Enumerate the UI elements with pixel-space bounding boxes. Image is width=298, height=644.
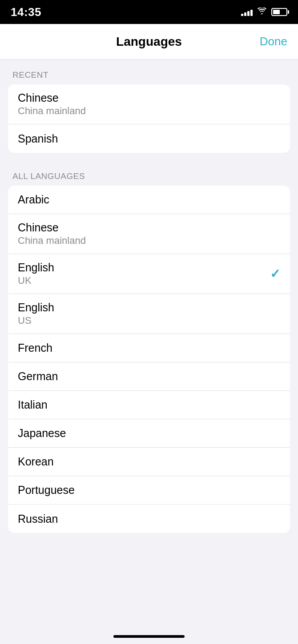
list-item-primary: Portuguese — [18, 484, 75, 497]
list-item-text: Arabic — [18, 193, 49, 206]
list-item[interactable]: French — [8, 334, 290, 362]
list-item-primary: English — [18, 261, 54, 274]
list-item-primary: English — [18, 301, 54, 314]
list-item-primary: Japanese — [18, 427, 66, 440]
status-icons — [241, 8, 287, 17]
checkmark-icon: ✓ — [270, 266, 280, 281]
list-item-text: Japanese — [18, 427, 66, 440]
list-item-text: Korean — [18, 455, 54, 468]
list-item[interactable]: Russian — [8, 505, 290, 533]
recent-section-header: RECENT — [0, 60, 298, 84]
signal-icon — [241, 8, 253, 16]
list-item[interactable]: Italian — [8, 391, 290, 419]
all-languages-list: Arabic Chinese China mainland English UK… — [8, 186, 290, 533]
list-item-secondary: UK — [18, 275, 54, 286]
home-indicator — [113, 635, 185, 638]
list-item-secondary: US — [18, 315, 54, 326]
list-item-text: Spanish — [18, 132, 58, 145]
list-item-text: Chinese China mainland — [18, 91, 86, 117]
list-item-text: Russian — [18, 513, 58, 525]
list-item[interactable]: Chinese China mainland — [8, 84, 290, 124]
list-item-text: Italian — [18, 398, 48, 411]
list-item-secondary: China mainland — [18, 105, 86, 117]
battery-fill — [273, 10, 280, 14]
list-item-primary: Arabic — [18, 193, 49, 206]
list-item[interactable]: Arabic — [8, 186, 290, 214]
wifi-icon — [257, 8, 267, 17]
status-bar: 14:35 — [0, 0, 298, 24]
list-item[interactable]: Chinese China mainland — [8, 214, 290, 254]
list-item-primary: Korean — [18, 455, 54, 468]
list-item-primary: German — [18, 370, 58, 383]
list-item-secondary: China mainland — [18, 235, 86, 246]
list-item[interactable]: English UK ✓ — [8, 254, 290, 294]
list-item-primary: Italian — [18, 398, 48, 411]
list-item[interactable]: Japanese — [8, 419, 290, 448]
content: RECENT Chinese China mainland Spanish AL… — [0, 60, 298, 533]
list-item-text: English US — [18, 301, 54, 326]
page-title: Languages — [116, 35, 182, 49]
list-item-text: French — [18, 342, 52, 354]
list-item-primary: Russian — [18, 513, 58, 525]
list-item[interactable]: Spanish — [8, 124, 290, 153]
list-item[interactable]: Portuguese — [8, 476, 290, 505]
list-item-primary: Chinese — [18, 221, 86, 234]
list-item[interactable]: Korean — [8, 448, 290, 476]
list-item-text: English UK — [18, 261, 54, 286]
list-item-text: German — [18, 370, 58, 383]
list-item-text: Portuguese — [18, 484, 75, 497]
list-item-primary: Spanish — [18, 132, 58, 145]
recent-list: Chinese China mainland Spanish — [8, 84, 290, 153]
list-item[interactable]: German — [8, 362, 290, 391]
battery-icon — [271, 8, 287, 16]
list-item-text: Chinese China mainland — [18, 221, 86, 246]
nav-bar: Languages Done — [0, 24, 298, 60]
list-item[interactable]: English US — [8, 294, 290, 334]
status-time: 14:35 — [11, 5, 41, 19]
all-languages-section-header: ALL LANGUAGES — [0, 161, 298, 186]
list-item-primary: Chinese — [18, 91, 86, 104]
done-button[interactable]: Done — [260, 35, 287, 48]
list-item-primary: French — [18, 342, 52, 354]
